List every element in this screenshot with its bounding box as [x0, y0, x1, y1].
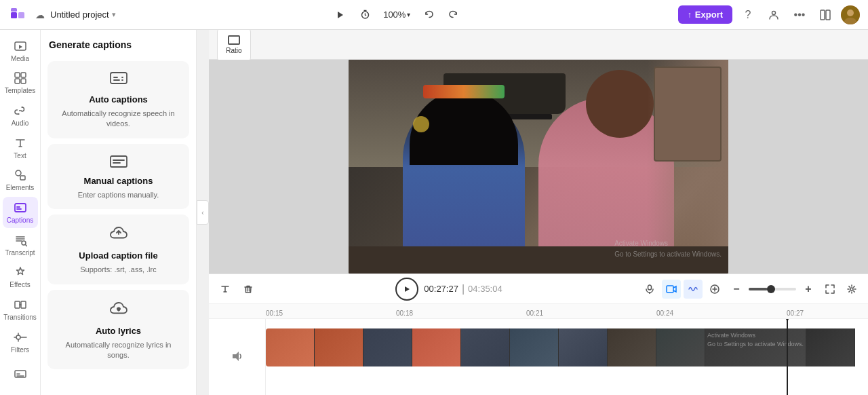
sidebar-effects-label: Effects [9, 281, 30, 288]
zoom-out-button[interactable]: − [727, 280, 746, 299]
svg-rect-29 [111, 73, 127, 83]
redo-button[interactable] [443, 5, 463, 25]
total-time: 04:35:04 [468, 284, 502, 294]
svg-rect-20 [20, 176, 25, 180]
manual-captions-title: Manual captions [84, 176, 153, 186]
timeline-controls: 00:27:27 | 04:35:04 [209, 274, 868, 304]
delete-button[interactable] [239, 280, 258, 299]
svg-marker-41 [233, 352, 239, 361]
volume-icon[interactable] [231, 350, 243, 365]
help-button[interactable]: ? [738, 5, 758, 25]
auto-lyrics-card[interactable]: Auto lyrics Automatically recognize lyri… [47, 290, 189, 370]
zoom-control[interactable]: 100% ▾ [379, 7, 414, 22]
auto-captions-icon [110, 71, 127, 90]
upload-caption-card[interactable]: Upload caption file Supports: .srt, .ass… [47, 214, 189, 284]
play-button[interactable] [395, 278, 418, 301]
sidebar-captions-label: Captions [7, 217, 33, 224]
manual-captions-desc: Enter captions manually. [78, 190, 159, 200]
time-display: 00:27:27 | 04:35:04 [424, 283, 502, 295]
current-time: 00:27:27 [424, 284, 458, 294]
zoom-in-button[interactable]: + [799, 280, 818, 299]
strip-8 [608, 328, 656, 366]
strip-7 [559, 328, 608, 366]
windows-watermark-line2: Go to Settings to activate Windows. [614, 249, 722, 260]
sidebar-item-media[interactable]: Media [3, 35, 38, 67]
add-track-button[interactable] [705, 280, 724, 299]
settings-button[interactable] [842, 280, 861, 299]
sidebar-item-filters[interactable]: Filters [3, 326, 38, 358]
audio-track-button[interactable] [684, 280, 703, 299]
play-preview-button[interactable] [330, 5, 351, 25]
captions-panel: Generate captions Auto captions Automati… [41, 30, 197, 395]
svg-rect-12 [15, 73, 20, 77]
sidebar-templates-label: Templates [5, 87, 36, 94]
video-preview[interactable]: Activate Windows Go to Settings to activ… [349, 60, 728, 274]
project-name-area[interactable]: Untitled project ▾ [50, 10, 116, 20]
topbar-right: ↑ Export ? ••• [678, 5, 860, 25]
svg-rect-2 [11, 8, 17, 12]
layout-button[interactable] [815, 5, 835, 25]
cloud-icon: ☁ [35, 10, 45, 20]
user-avatar[interactable] [841, 5, 860, 24]
strip-1 [266, 328, 315, 366]
sidebar-item-audio[interactable]: Audio [3, 100, 38, 131]
svg-rect-30 [111, 156, 127, 167]
sidebar-item-effects[interactable]: Effects [3, 261, 38, 293]
sidebar-item-captions[interactable]: Captions [3, 197, 38, 228]
timeline-track-area: 00:15 00:18 00:21 00:24 00:27 [209, 304, 868, 395]
sidebar-item-transitions[interactable]: Transitions [3, 294, 38, 325]
track-row: Activate Windows Go to Settings to activ… [209, 319, 868, 395]
svg-point-19 [16, 170, 21, 176]
sidebar-text-label: Text [14, 152, 26, 159]
auto-captions-desc: Automatically recognize speech in videos… [55, 109, 182, 130]
svg-point-5 [772, 11, 776, 14]
strip-6 [510, 328, 559, 366]
auto-captions-title: Auto captions [89, 94, 148, 105]
auto-lyrics-icon [110, 300, 127, 322]
sidebar-item-subtitles[interactable] [3, 358, 38, 390]
panel-title: Generate captions [47, 37, 189, 56]
svg-rect-0 [11, 12, 17, 18]
svg-marker-3 [338, 12, 343, 18]
manual-captions-card[interactable]: Manual captions Enter captions manually. [47, 144, 189, 209]
more-button[interactable]: ••• [789, 5, 810, 25]
sidebar-item-elements[interactable]: Elements [3, 165, 38, 196]
sidebar-audio-label: Audio [12, 119, 29, 127]
svg-rect-6 [821, 10, 825, 20]
auto-lyrics-title: Auto lyrics [96, 326, 141, 336]
track-content[interactable]: Activate Windows Go to Settings to activ… [266, 319, 868, 395]
video-track-button[interactable] [662, 280, 681, 299]
sidebar-item-templates[interactable]: Templates [3, 68, 38, 99]
topbar: ☁ Untitled project ▾ 100% ▾ [0, 0, 868, 30]
strip-9 [656, 328, 705, 366]
zoom-slider[interactable] [749, 288, 796, 290]
undo-button[interactable] [418, 5, 439, 25]
sidebar: Media Templates Audio [0, 30, 41, 395]
collapse-panel-button[interactable]: ‹ [197, 200, 209, 225]
fullscreen-button[interactable] [821, 280, 840, 299]
svg-point-40 [850, 288, 853, 290]
topbar-center-controls: 100% ▾ [330, 5, 463, 25]
ratio-button[interactable]: Ratio [217, 30, 251, 62]
svg-rect-15 [21, 79, 26, 83]
sidebar-filters-label: Filters [11, 346, 29, 354]
sidebar-item-text[interactable]: Text [3, 132, 38, 164]
svg-rect-24 [21, 301, 26, 308]
track-controls [209, 319, 266, 395]
playback-controls: 00:27:27 | 04:35:04 [395, 278, 502, 301]
timer-button[interactable] [355, 5, 375, 25]
playhead[interactable] [787, 319, 788, 395]
export-button[interactable]: ↑ Export [678, 5, 732, 24]
zoom-chevron: ▾ [407, 11, 410, 18]
ratio-icon [228, 35, 240, 45]
app-logo[interactable] [8, 5, 27, 24]
auto-captions-card[interactable]: Auto captions Automatically recognize sp… [47, 61, 189, 138]
microphone-button[interactable] [640, 280, 659, 299]
strip-2 [315, 328, 363, 366]
share-button[interactable] [764, 5, 784, 25]
video-strip: Activate Windows Go to Settings to activ… [266, 328, 868, 366]
text-tool-button[interactable] [216, 280, 235, 299]
strip-10: Activate Windows Go to Settings to activ… [705, 328, 806, 366]
strip-11 [806, 328, 855, 366]
sidebar-item-transcript[interactable]: Transcript [3, 229, 38, 261]
